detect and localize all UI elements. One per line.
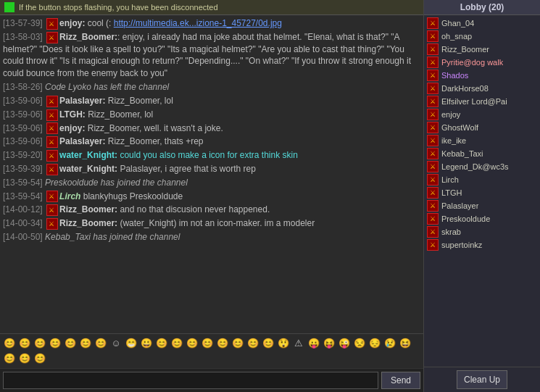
emote-button[interactable]: 😊: [33, 352, 46, 365]
lobby-list[interactable]: ⚔Ghan_04⚔oh_snap⚔Rizz_Boomer⚔Pyritie@dog…: [424, 15, 540, 367]
emote-button[interactable]: 😢: [383, 337, 396, 350]
cleanup-button[interactable]: Clean Up: [457, 370, 507, 389]
chat-message: [13-59-54] Lirch blankyhugs Preskooldude: [3, 190, 420, 204]
emote-button[interactable]: 😛: [307, 337, 320, 350]
chat-message: [13-59-54] Preskooldude has joined the c…: [3, 176, 420, 190]
lobby-user-avatar: ⚔: [427, 96, 439, 107]
emote-button[interactable]: 😊: [94, 337, 107, 350]
lobby-user-name: LTGH: [441, 188, 462, 197]
lobby-user-item[interactable]: ⚔skrab: [424, 225, 540, 238]
lobby-user-item[interactable]: ⚔Elfsilver Lord@Pai: [424, 95, 540, 108]
lobby-user-item[interactable]: ⚔Legend_Dk@wc3s: [424, 160, 540, 173]
emote-button[interactable]: 😝: [323, 337, 336, 350]
lobby-user-item[interactable]: ⚔oh_snap: [424, 30, 540, 43]
chat-message: [13-59-20] water_Knight: could you also …: [3, 149, 420, 162]
emote-button[interactable]: 😊: [155, 337, 168, 350]
lobby-user-item[interactable]: ⚔Pyritie@dog walk: [424, 56, 540, 69]
emote-button[interactable]: 😊: [231, 337, 244, 350]
chat-message: [14-00-34] Rizz_Boomer: (water_Knight) i…: [3, 217, 420, 230]
lobby-header: Lobby (20): [424, 0, 540, 15]
lobby-user-name: Legend_Dk@wc3s: [441, 162, 509, 171]
lobby-user-avatar: ⚔: [427, 161, 439, 172]
emote-button[interactable]: 😊: [33, 337, 46, 350]
user-avatar: [46, 18, 58, 30]
emote-button[interactable]: 😒: [353, 337, 366, 350]
lobby-user-item[interactable]: ⚔LTGH: [424, 186, 540, 199]
user-avatar: [46, 32, 58, 43]
user-avatar: [46, 136, 58, 148]
lobby-user-name: Shados: [441, 71, 468, 80]
chat-messages[interactable]: [13-57-39] enjoy: cool (: http://multime…: [0, 15, 423, 333]
notice-text: If the button stops flashing, you have b…: [19, 3, 218, 12]
lobby-user-name: DarkHorse08: [441, 84, 489, 93]
emote-button[interactable]: 😊: [18, 337, 31, 350]
lobby-user-name: Lirch: [441, 175, 459, 184]
lobby-user-item[interactable]: ⚔ike_ike: [424, 134, 540, 147]
emote-button[interactable]: 😀: [140, 337, 153, 350]
emote-button[interactable]: ⚠: [292, 337, 305, 350]
emote-button[interactable]: 😊: [18, 352, 31, 365]
lobby-user-name: Palaslayer: [441, 201, 478, 210]
chat-message: [14-00-12] Rizz_Boomer: and no that disc…: [3, 203, 420, 217]
notice-bar: If the button stops flashing, you have b…: [0, 0, 423, 15]
lobby-user-item[interactable]: ⚔Ghan_04: [424, 17, 540, 30]
emote-button[interactable]: 😜: [338, 337, 351, 350]
chat-bottom: 😊😊😊😊😊😊😊☺😁😀😊😊😊😊😊😊😊😊😲⚠😛😝😜😒😔😢😆😊😊😊 Send: [0, 333, 423, 392]
lobby-user-avatar: ⚔: [427, 30, 439, 42]
lobby-user-item[interactable]: ⚔Rizz_Boomer: [424, 43, 540, 56]
lobby-user-avatar: ⚔: [427, 70, 439, 81]
lobby-user-avatar: ⚔: [427, 174, 439, 185]
emotes-bar: 😊😊😊😊😊😊😊☺😁😀😊😊😊😊😊😊😊😊😲⚠😛😝😜😒😔😢😆😊😊😊: [0, 334, 423, 369]
lobby-user-name: oh_snap: [441, 32, 472, 41]
chat-message: [13-59-06] Palaslayer: Rizz_Boomer, lol: [3, 94, 420, 108]
user-avatar: [46, 164, 58, 175]
lobby-user-name: Kebab_Taxi: [441, 149, 483, 158]
lobby-user-name: Rizz_Boomer: [441, 45, 489, 54]
lobby-user-item[interactable]: ⚔DarkHorse08: [424, 82, 540, 95]
lobby-user-item[interactable]: ⚔GhostWolf: [424, 121, 540, 134]
lobby-user-item[interactable]: ⚔supertoinkz: [424, 238, 540, 251]
user-avatar: [46, 218, 58, 230]
emote-button[interactable]: 😊: [216, 337, 229, 350]
chat-message: [13-58-03] Rizz_Boomer:: enjoy, i alread…: [3, 30, 420, 80]
emote-button[interactable]: 😊: [79, 337, 92, 350]
lobby-user-name: Preskooldude: [441, 214, 490, 223]
emote-button[interactable]: 😔: [368, 337, 381, 350]
lobby-user-avatar: ⚔: [427, 43, 439, 55]
emote-button[interactable]: ☺: [109, 337, 122, 350]
emote-button[interactable]: 😊: [3, 337, 16, 350]
emote-button[interactable]: 😊: [262, 337, 275, 350]
lobby-user-item[interactable]: ⚔Preskooldude: [424, 212, 540, 225]
lobby-user-item[interactable]: ⚔Shados: [424, 69, 540, 82]
emote-button[interactable]: 😲: [277, 337, 290, 350]
lobby-user-name: skrab: [441, 228, 461, 236]
chat-input[interactable]: [3, 372, 378, 389]
lobby-user-item[interactable]: ⚔enjoy: [424, 108, 540, 121]
lobby-user-item[interactable]: ⚔Palaslayer: [424, 199, 540, 212]
emote-button[interactable]: 😊: [246, 337, 259, 350]
user-avatar: [46, 191, 58, 202]
lobby-user-avatar: ⚔: [427, 213, 439, 225]
lobby-user-name: GhostWolf: [441, 123, 478, 132]
user-avatar: [46, 109, 58, 121]
emote-button[interactable]: 😊: [170, 337, 183, 350]
emote-button[interactable]: 😊: [201, 337, 214, 350]
chat-message: [13-59-39] water_Knight: Palaslayer, i a…: [3, 162, 420, 176]
chat-message: [13-58-26] Code Lyoko has left the chann…: [3, 80, 420, 94]
emote-button[interactable]: 😊: [3, 352, 16, 365]
user-avatar: [46, 122, 58, 134]
lobby-user-item[interactable]: ⚔Lirch: [424, 173, 540, 186]
lobby-user-avatar: ⚔: [427, 135, 439, 146]
emote-button[interactable]: 😊: [186, 337, 199, 350]
emote-button[interactable]: 😊: [64, 337, 77, 350]
lobby-user-name: ike_ike: [441, 136, 466, 145]
user-avatar: [46, 204, 58, 216]
emote-button[interactable]: 😊: [49, 337, 62, 350]
lobby-user-name: Ghan_04: [441, 19, 474, 28]
lobby-user-item[interactable]: ⚔Kebab_Taxi: [424, 147, 540, 160]
emote-button[interactable]: 😆: [399, 337, 412, 350]
emote-button[interactable]: 😁: [125, 337, 138, 350]
msg-link[interactable]: http://multimedia.ek...izione-1_45727/0d…: [114, 18, 282, 28]
send-button[interactable]: Send: [381, 372, 420, 389]
lobby-user-avatar: ⚔: [427, 148, 439, 159]
